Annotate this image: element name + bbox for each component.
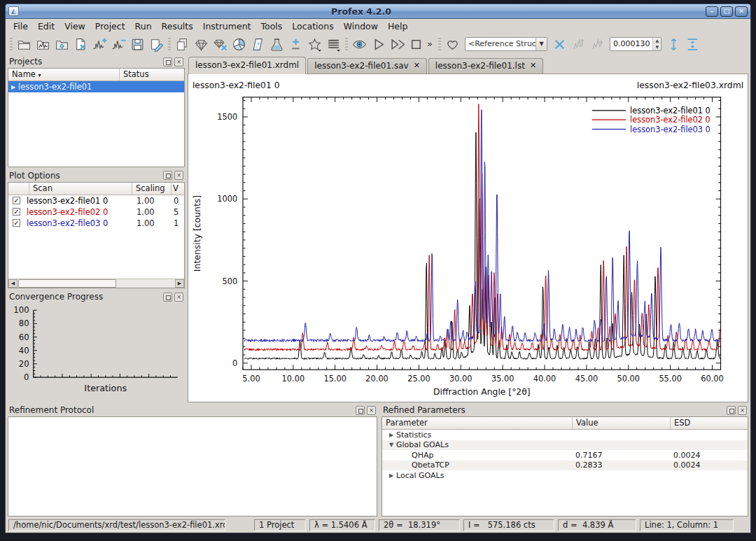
menu-run[interactable]: Run (130, 20, 157, 32)
scan-row[interactable]: ✓lesson3-ex2-file03 01.001 (8, 218, 184, 229)
favorites-button[interactable] (305, 35, 324, 54)
tab-close-icon[interactable]: ✕ (414, 62, 420, 69)
projects-column-status[interactable]: Status (120, 69, 184, 80)
checkbox-checked-icon[interactable]: ✓ (13, 208, 20, 216)
close-panel-icon[interactable]: × (174, 293, 183, 302)
plot-options-column-scaling[interactable]: Scaling (132, 183, 172, 195)
expand-arrow-icon[interactable]: ▶ (386, 472, 396, 479)
toolbar-handle[interactable] (10, 38, 13, 50)
toolbar-extension-button[interactable]: » (426, 38, 436, 50)
projects-column-name[interactable]: Name ▾ (8, 69, 120, 80)
toolbar-handle[interactable] (438, 38, 441, 50)
rp-column-value[interactable]: Value (573, 417, 671, 429)
add-scan-button[interactable] (90, 35, 109, 54)
plot-options-column-v[interactable]: V (172, 183, 184, 195)
copy-button[interactable] (173, 35, 192, 54)
parameter-row[interactable]: ▼Global GOALs (382, 440, 748, 451)
refinement-protocol-output[interactable] (8, 416, 377, 517)
rp-column-parameter[interactable]: Parameter (382, 417, 573, 429)
open-scan-folder-button[interactable] (34, 35, 52, 54)
remove-scan-button[interactable] (109, 35, 128, 54)
edit-file-button[interactable] (147, 35, 166, 54)
toolbar-handle[interactable] (345, 38, 348, 50)
diffraction-plot[interactable]: lesson3-ex2-file01 0lesson3-ex2-file03.x… (188, 73, 748, 402)
project-row[interactable]: ▶lesson3-ex2-file01 (8, 81, 184, 92)
menu-locations[interactable]: Locations (287, 20, 338, 32)
expand-vertical-button[interactable] (664, 35, 683, 54)
minimize-button[interactable]: – (706, 6, 718, 17)
reference-structure-combobox[interactable]: <Reference Struc...▼ (465, 37, 547, 51)
spin-arrows[interactable]: ▲▼ (652, 38, 661, 50)
convergence-panel: Convergence Progress × 020406080100Itera… (8, 291, 185, 402)
add-structure-button[interactable] (192, 35, 211, 54)
menu-instrument[interactable]: Instrument (198, 20, 256, 32)
menu-edit[interactable]: Edit (33, 20, 59, 32)
damping-spinbox[interactable]: 0.000130▲▼ (610, 37, 662, 51)
report-button[interactable] (248, 35, 267, 54)
close-panel-icon[interactable]: × (174, 171, 183, 180)
tab-close-icon[interactable]: ✕ (530, 62, 536, 69)
tab-3[interactable]: lesson3-ex2-file01.lst✕ (428, 58, 543, 73)
titlebar[interactable]: ◭ Profex 4.2.0 – □ ✕ (5, 3, 751, 19)
expand-arrow-icon[interactable]: ▶ (386, 432, 396, 438)
open-structure-folder-button[interactable] (52, 35, 71, 54)
float-panel-icon[interactable] (163, 57, 172, 66)
scroll-right-icon[interactable]: ▶ (175, 279, 184, 288)
menu-project[interactable]: Project (90, 20, 130, 32)
preview-eye-button[interactable] (350, 35, 369, 54)
plus-minus-button[interactable] (286, 35, 305, 54)
clear-structure-button[interactable] (550, 35, 569, 54)
run-button[interactable] (369, 35, 388, 54)
scrollbar-thumb[interactable] (18, 279, 116, 288)
tab-2[interactable]: lesson3-ex2-file01.sav✕ (307, 58, 427, 73)
summary-list-button[interactable] (324, 35, 343, 54)
checkbox-checked-icon[interactable]: ✓ (13, 197, 20, 204)
parameter-row[interactable]: QbetaTCP0.28330.0024 (382, 461, 748, 471)
fit-vertical-button[interactable] (683, 35, 702, 54)
parameter-row[interactable]: QHAp0.71670.0024 (382, 450, 748, 461)
toolbar-handle[interactable] (168, 38, 171, 50)
horizontal-scrollbar[interactable]: ◀ ▶ (8, 279, 184, 288)
scan-row[interactable]: ✓lesson3-ex2-file02 01.005 (8, 206, 184, 218)
parameter-cell: ▼Global GOALs (382, 440, 573, 449)
scroll-left-icon[interactable]: ◀ (8, 279, 18, 288)
menu-file[interactable]: File (8, 20, 33, 32)
float-panel-icon[interactable] (356, 406, 365, 415)
open-file-button[interactable] (15, 35, 34, 54)
run-all-button[interactable] (388, 35, 407, 54)
menu-help[interactable]: Help (383, 20, 413, 32)
float-panel-icon[interactable] (163, 293, 172, 302)
menu-window[interactable]: Window (339, 20, 383, 32)
close-button[interactable]: ✕ (735, 6, 748, 17)
stop-button[interactable] (407, 35, 426, 54)
preview-eye-icon (352, 37, 367, 52)
plot-options-column-scan[interactable]: Scan (29, 183, 132, 195)
scan-row[interactable]: ✓lesson3-ex2-file01 01.000 (8, 195, 184, 206)
flask-button[interactable] (267, 35, 286, 54)
float-panel-icon[interactable] (163, 171, 172, 180)
spin-up-icon[interactable]: ▲ (653, 38, 661, 44)
remove-structure-button[interactable] (211, 35, 230, 54)
spin-down-icon[interactable]: ▼ (653, 44, 661, 50)
rp-column-esd[interactable]: ESD (671, 417, 748, 429)
plot-options-column-check[interactable] (8, 183, 29, 195)
close-panel-icon[interactable]: × (174, 57, 183, 66)
menu-view[interactable]: View (59, 20, 90, 32)
close-panel-icon[interactable]: × (367, 406, 376, 415)
float-panel-icon[interactable] (727, 406, 736, 415)
collapse-arrow-icon[interactable]: ▼ (386, 442, 396, 448)
tab-1[interactable]: lesson3-ex2-file01.xrdml (188, 57, 306, 74)
quantify-pie-button[interactable] (230, 35, 248, 54)
close-document-button[interactable] (71, 35, 90, 54)
close-panel-icon[interactable]: × (738, 406, 747, 415)
checkbox-checked-icon[interactable]: ✓ (13, 219, 20, 227)
menu-tools[interactable]: Tools (255, 20, 287, 32)
menu-results[interactable]: Results (157, 20, 198, 32)
heart-button[interactable] (443, 35, 462, 54)
parameter-row[interactable]: ▶Local GOALs (382, 470, 748, 481)
chevron-down-icon[interactable]: ▼ (536, 38, 547, 50)
maximize-button[interactable]: □ (720, 6, 733, 17)
expand-arrow-icon[interactable]: ▶ (8, 84, 18, 90)
save-button[interactable] (128, 35, 147, 54)
parameter-row[interactable]: ▶Statistics (382, 430, 748, 440)
